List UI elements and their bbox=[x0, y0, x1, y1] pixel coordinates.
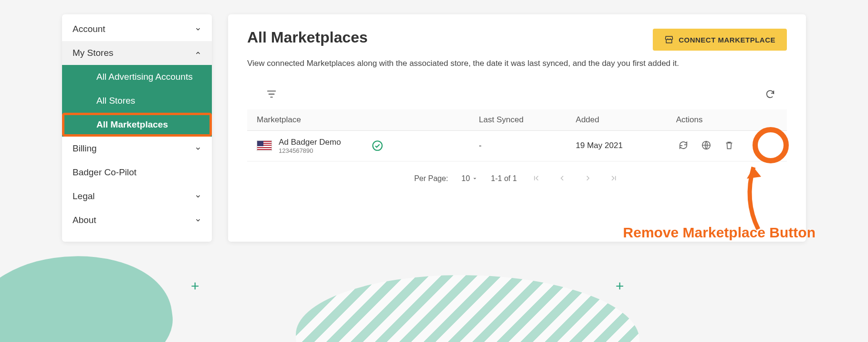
col-last-synced: Last Synced bbox=[470, 109, 566, 131]
chevron-left-icon bbox=[558, 174, 566, 182]
sidebar-item-label: My Stores bbox=[73, 48, 114, 58]
bg-plus-icon: + bbox=[616, 278, 624, 294]
chevron-right-icon bbox=[584, 174, 592, 182]
pagination: Per Page: 10 1-1 of 1 bbox=[247, 161, 787, 186]
page-prev-button[interactable] bbox=[556, 172, 568, 186]
sidebar-item-label: Legal bbox=[73, 191, 95, 202]
page-subtitle: View connected Marketplaces along with t… bbox=[247, 57, 787, 70]
page-title: All Marketplaces bbox=[247, 29, 368, 46]
delete-button[interactable] bbox=[722, 138, 736, 154]
bg-plus-icon: + bbox=[191, 278, 199, 294]
sidebar-item-about[interactable]: About bbox=[62, 208, 212, 232]
table-row: Ad Badger Demo 1234567890 - 19 May 2021 bbox=[247, 130, 787, 161]
page-range: 1-1 of 1 bbox=[491, 174, 517, 183]
sidebar-sub-label: All Advertising Accounts bbox=[96, 72, 193, 82]
sidebar-sub-all-stores[interactable]: All Stores bbox=[62, 89, 212, 113]
per-page-value: 10 bbox=[461, 174, 470, 183]
col-added: Added bbox=[566, 109, 667, 131]
check-circle-icon bbox=[371, 139, 384, 152]
sidebar-item-label: About bbox=[73, 215, 96, 225]
chevron-down-icon bbox=[195, 145, 201, 152]
us-flag-icon bbox=[257, 140, 272, 151]
page-last-icon bbox=[609, 174, 618, 182]
chevron-down-icon bbox=[195, 26, 201, 32]
col-marketplace: Marketplace bbox=[247, 109, 470, 131]
sidebar-sub-all-marketplaces[interactable]: All Marketplaces bbox=[62, 113, 212, 137]
refresh-icon bbox=[765, 89, 775, 99]
connect-button-label: CONNECT MARKETPLACE bbox=[679, 36, 775, 44]
main-panel: All Marketplaces CONNECT MARKETPLACE Vie… bbox=[228, 14, 806, 242]
sidebar-item-legal[interactable]: Legal bbox=[62, 184, 212, 208]
sync-button[interactable] bbox=[676, 138, 690, 154]
bg-stripes bbox=[296, 275, 639, 342]
svg-point-0 bbox=[373, 141, 383, 150]
caret-down-icon bbox=[472, 176, 478, 182]
trash-icon bbox=[724, 140, 734, 150]
per-page-select[interactable]: 10 bbox=[461, 174, 478, 183]
sidebar-item-label: Badger Co-Pilot bbox=[73, 167, 136, 178]
cell-added: 19 May 2021 bbox=[566, 130, 667, 161]
page-next-button[interactable] bbox=[582, 172, 594, 186]
page-last-button[interactable] bbox=[607, 172, 620, 186]
sidebar-item-copilot[interactable]: Badger Co-Pilot bbox=[62, 160, 212, 184]
sidebar-sub-label: All Stores bbox=[96, 96, 135, 106]
page-first-button[interactable] bbox=[530, 172, 543, 186]
connect-marketplace-button[interactable]: CONNECT MARKETPLACE bbox=[653, 29, 787, 51]
sidebar: Account My Stores All Advertising Accoun… bbox=[62, 14, 212, 242]
sidebar-item-label: Account bbox=[73, 24, 105, 34]
globe-icon bbox=[701, 140, 711, 150]
marketplaces-table: Marketplace Last Synced Added Actions Ad… bbox=[247, 109, 787, 161]
sidebar-item-billing[interactable]: Billing bbox=[62, 137, 212, 160]
per-page-label: Per Page: bbox=[414, 174, 448, 183]
filter-icon bbox=[266, 89, 277, 99]
sidebar-sub-all-advertising[interactable]: All Advertising Accounts bbox=[62, 65, 212, 89]
storefront-icon bbox=[664, 35, 674, 44]
annotation-label: Remove Marketplace Button bbox=[623, 224, 816, 241]
marketplace-id: 1234567890 bbox=[279, 147, 341, 154]
chevron-up-icon bbox=[195, 50, 201, 56]
sidebar-item-my-stores[interactable]: My Stores bbox=[62, 41, 212, 65]
bg-blob bbox=[0, 243, 179, 342]
sidebar-item-label: Billing bbox=[73, 143, 97, 154]
sidebar-sub-label: All Marketplaces bbox=[96, 119, 168, 129]
col-actions: Actions bbox=[667, 109, 787, 131]
filter-button[interactable] bbox=[264, 87, 279, 103]
cell-last-synced: - bbox=[470, 130, 566, 161]
chevron-down-icon bbox=[195, 193, 201, 200]
sync-icon bbox=[678, 140, 689, 150]
globe-button[interactable] bbox=[699, 138, 713, 154]
sidebar-item-account[interactable]: Account bbox=[62, 17, 212, 41]
page-first-icon bbox=[532, 174, 541, 182]
marketplace-name: Ad Badger Demo bbox=[279, 138, 341, 147]
refresh-button[interactable] bbox=[763, 87, 777, 103]
chevron-down-icon bbox=[195, 217, 201, 224]
